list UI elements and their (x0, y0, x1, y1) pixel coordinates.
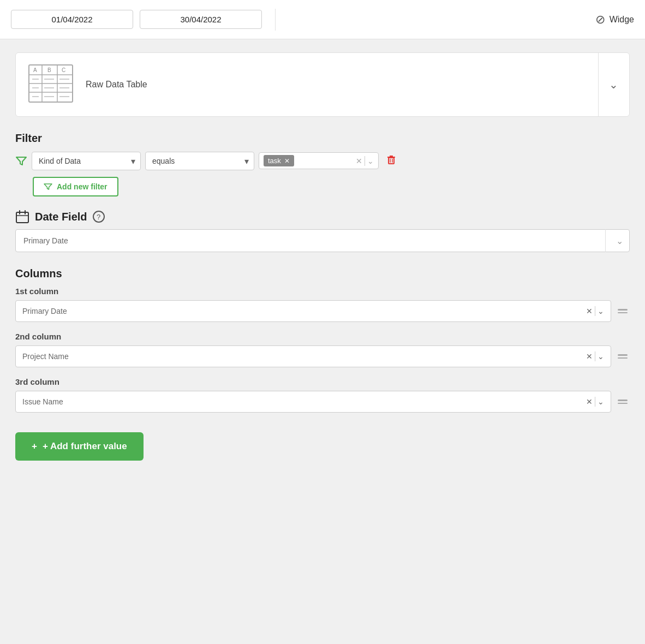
column-2-chevron-icon[interactable]: ⌄ (598, 352, 604, 361)
column-1-divider (595, 306, 595, 316)
filter-delete-button[interactable] (383, 151, 399, 170)
column-2-divider (595, 351, 595, 361)
column-1-drag-handle[interactable] (616, 307, 630, 315)
column-3-subtitle: 3rd column (15, 377, 630, 386)
add-filter-label: Add new filter (57, 182, 108, 191)
column-3-divider (595, 397, 595, 407)
date-field-help-icon[interactable]: ? (93, 211, 105, 223)
svg-rect-22 (16, 212, 28, 223)
column-2-clear-icon[interactable]: ✕ (586, 352, 593, 361)
column-2-subtitle: 2nd column (15, 332, 630, 341)
filter-tag-label: task (268, 157, 281, 165)
widget-type-name: Raw Data Table (86, 80, 147, 90)
filter-value-clear-icon[interactable]: ✕ (356, 157, 362, 165)
svg-rect-18 (389, 158, 394, 164)
calendar-icon (15, 210, 29, 224)
date-field-select[interactable]: Primary Date Due Date Created Date (15, 229, 630, 252)
column-2-drag-handle[interactable] (616, 352, 630, 361)
column-3-select-box[interactable]: Issue Name ✕ ⌄ (15, 391, 611, 413)
column-1-row: Primary Date ✕ ⌄ (15, 300, 630, 322)
header-right: ⊘ Widge (595, 13, 634, 27)
widget-label: Widge (610, 15, 634, 25)
card-divider (598, 53, 599, 116)
date-field-section: Date Field ? Primary Date Due Date Creat… (15, 210, 630, 252)
trash-icon (385, 153, 397, 165)
raw-data-table-icon: A B C (27, 63, 75, 104)
column-3-clear-icon[interactable]: ✕ (586, 397, 593, 406)
filter-tag: task ✕ (264, 155, 294, 166)
svg-text:C: C (62, 67, 65, 73)
compass-icon: ⊘ (595, 13, 605, 27)
add-further-label: + Add further value (43, 441, 127, 452)
filter-tag-close-icon[interactable]: ✕ (284, 157, 290, 165)
svg-text:B: B (47, 67, 51, 73)
column-1-chevron-icon[interactable]: ⌄ (598, 307, 604, 315)
add-filter-icon (44, 182, 52, 191)
header-divider (275, 9, 276, 31)
date-field-header: Date Field ? (15, 210, 630, 224)
filter-field-wrapper[interactable]: Kind of Data Project Name Issue Name (32, 152, 141, 170)
column-item-1: 1st column Primary Date ✕ ⌄ (15, 287, 630, 322)
main-content: A B C Raw Data Table ⌄ Filter (0, 39, 645, 474)
filter-value-wrapper[interactable]: task ✕ ✕ ⌄ (259, 152, 379, 169)
add-further-value-button[interactable]: + + Add further value (15, 432, 144, 461)
filter-section: Filter Kind of Data Project Name Issue N… (15, 132, 630, 196)
date-start-input[interactable]: 01/04/2022 (11, 10, 133, 29)
filter-value-chevron-icon[interactable]: ⌄ (367, 157, 374, 165)
filter-value-actions: ✕ ⌄ (356, 156, 374, 166)
svg-text:A: A (33, 67, 37, 73)
filter-section-title: Filter (15, 132, 630, 145)
add-further-icon: + (32, 441, 37, 452)
column-1-value: Primary Date (22, 307, 586, 315)
add-filter-button[interactable]: Add new filter (33, 177, 118, 196)
column-3-chevron-icon[interactable]: ⌄ (598, 397, 604, 406)
column-1-select-box[interactable]: Primary Date ✕ ⌄ (15, 300, 611, 322)
filter-field-select[interactable]: Kind of Data Project Name Issue Name (32, 152, 141, 170)
column-2-value: Project Name (22, 352, 586, 361)
filter-value-divider (365, 156, 365, 166)
filter-row: Kind of Data Project Name Issue Name equ… (15, 151, 630, 170)
column-1-clear-icon[interactable]: ✕ (586, 307, 593, 315)
header: 01/04/2022 30/04/2022 ⊘ Widge (0, 0, 645, 39)
column-item-3: 3rd column Issue Name ✕ ⌄ (15, 377, 630, 413)
date-field-title: Date Field (35, 211, 87, 223)
columns-section: Columns 1st column Primary Date ✕ ⌄ (15, 267, 630, 413)
date-field-select-wrapper[interactable]: Primary Date Due Date Created Date ⌄ (15, 229, 630, 252)
column-3-drag-handle[interactable] (616, 397, 630, 406)
column-1-actions: ✕ ⌄ (586, 306, 604, 316)
filter-icon (15, 155, 27, 167)
column-1-subtitle: 1st column (15, 287, 630, 296)
filter-operator-select[interactable]: equals not equals contains (145, 152, 254, 170)
column-2-select-box[interactable]: Project Name ✕ ⌄ (15, 345, 611, 367)
column-3-row: Issue Name ✕ ⌄ (15, 391, 630, 413)
filter-operator-wrapper[interactable]: equals not equals contains (145, 152, 254, 170)
widget-type-card[interactable]: A B C Raw Data Table ⌄ (15, 52, 630, 117)
column-2-row: Project Name ✕ ⌄ (15, 345, 630, 367)
date-end-input[interactable]: 30/04/2022 (140, 10, 262, 29)
column-3-value: Issue Name (22, 397, 586, 406)
widget-type-chevron-icon[interactable]: ⌄ (609, 78, 618, 91)
column-item-2: 2nd column Project Name ✕ ⌄ (15, 332, 630, 367)
columns-section-title: Columns (15, 267, 630, 280)
column-2-actions: ✕ ⌄ (586, 351, 604, 361)
table-icon-wrapper: A B C (27, 63, 75, 106)
date-select-divider (605, 229, 606, 252)
column-3-actions: ✕ ⌄ (586, 397, 604, 407)
